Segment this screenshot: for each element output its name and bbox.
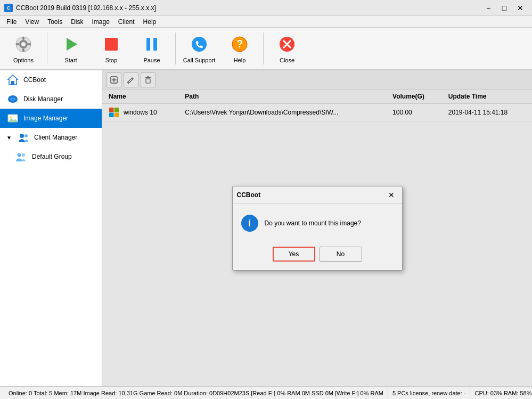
call-support-button[interactable]: Call Support xyxy=(180,29,218,68)
stop-icon xyxy=(101,34,122,55)
content-area: Name Path Volume(G) Update Time windows … xyxy=(102,70,532,386)
info-icon: i xyxy=(241,215,258,232)
svg-rect-10 xyxy=(153,38,157,51)
help-label: Help xyxy=(234,57,246,63)
main-layout: CCBoot Disk Manager Image Ma xyxy=(0,70,532,386)
svg-point-28 xyxy=(22,153,25,157)
sidebar-item-default-group[interactable]: Default Group xyxy=(0,147,102,166)
sidebar: CCBoot Disk Manager Image Ma xyxy=(0,70,102,386)
status-license: 5 PCs license, renew date: - xyxy=(388,387,471,399)
app-icon: C xyxy=(4,4,13,12)
minimize-button[interactable]: − xyxy=(481,2,496,14)
modal-title: CCBoot xyxy=(237,191,261,199)
modal-body: i Do you want to mount this image? xyxy=(233,204,402,242)
home-icon xyxy=(6,74,19,86)
help-icon: ? xyxy=(229,34,250,55)
toolbar-close-label: Close xyxy=(280,57,294,63)
modal-message: Do you want to mount this image? xyxy=(265,219,361,227)
sidebar-disk-manager-label: Disk Manager xyxy=(23,95,63,103)
svg-point-21 xyxy=(12,99,14,100)
svg-rect-5 xyxy=(16,43,19,45)
options-label: Options xyxy=(13,57,34,63)
sidebar-item-client-manager[interactable]: ▼ Client Manager xyxy=(0,128,102,147)
menu-image[interactable]: Image xyxy=(88,17,114,27)
modal-yes-button[interactable]: Yes xyxy=(273,247,315,262)
sidebar-item-image-manager[interactable]: Image Manager xyxy=(0,109,102,128)
svg-text:?: ? xyxy=(236,38,243,50)
start-label: Start xyxy=(64,57,77,63)
modal-overlay: CCBoot ✕ i Do you want to mount this ima… xyxy=(102,70,532,386)
menu-view[interactable]: View xyxy=(21,17,43,27)
close-window-button[interactable]: ✕ xyxy=(513,2,528,14)
clients-icon xyxy=(17,131,30,144)
menu-client[interactable]: Client xyxy=(114,17,139,27)
toolbar-close-icon xyxy=(276,34,298,55)
toolbar-sep-1 xyxy=(47,32,47,64)
options-icon xyxy=(13,34,34,55)
modal-close-button[interactable]: ✕ xyxy=(385,190,398,200)
sidebar-ccboot-label: CCBoot xyxy=(23,76,46,84)
svg-point-26 xyxy=(24,134,28,137)
sidebar-item-ccboot[interactable]: CCBoot xyxy=(0,70,102,89)
help-button[interactable]: ? Help xyxy=(220,29,259,68)
image-icon xyxy=(6,112,19,125)
options-button[interactable]: Options xyxy=(4,29,43,68)
toolbar: Options Start Stop Pause xyxy=(0,28,532,70)
menu-file[interactable]: File xyxy=(2,17,21,27)
modal-dialog: CCBoot ✕ i Do you want to mount this ima… xyxy=(232,186,403,271)
sidebar-client-manager-label: Client Manager xyxy=(34,134,77,141)
svg-rect-4 xyxy=(22,48,24,52)
sidebar-item-disk-manager[interactable]: Disk Manager xyxy=(0,89,102,109)
status-bar: Online: 0 Total: 5 Mem: 17M Image Read: … xyxy=(0,386,532,399)
modal-footer: Yes No xyxy=(233,242,402,270)
title-bar-left: C CCBoot 2019 Build 0319 [192.168.x.x - … xyxy=(4,4,156,12)
modal-no-button[interactable]: No xyxy=(320,247,362,262)
stop-label: Stop xyxy=(105,57,118,63)
maximize-button[interactable]: □ xyxy=(497,2,512,14)
toolbar-sep-3 xyxy=(263,32,264,64)
menu-bar: File View Tools Disk Image Client Help xyxy=(0,16,532,28)
sidebar-image-manager-label: Image Manager xyxy=(23,115,68,122)
sidebar-default-group-label: Default Group xyxy=(32,153,72,160)
group-icon xyxy=(15,150,28,163)
title-bar-controls: − □ ✕ xyxy=(481,2,528,14)
stop-button[interactable]: Stop xyxy=(92,29,130,68)
status-main: Online: 0 Total: 5 Mem: 17M Image Read: … xyxy=(4,387,388,399)
svg-marker-7 xyxy=(67,38,77,51)
expand-icon: ▼ xyxy=(6,135,12,141)
modal-title-bar: CCBoot ✕ xyxy=(233,186,402,204)
start-button[interactable]: Start xyxy=(52,29,90,68)
svg-point-23 xyxy=(10,116,12,118)
svg-point-11 xyxy=(192,37,207,52)
call-support-label: Call Support xyxy=(183,57,216,63)
svg-rect-9 xyxy=(146,38,150,51)
start-icon xyxy=(60,34,81,55)
svg-rect-6 xyxy=(28,43,31,45)
pause-label: Pause xyxy=(143,57,160,63)
svg-point-27 xyxy=(18,153,21,157)
title-bar: C CCBoot 2019 Build 0319 [192.168.x.x - … xyxy=(0,0,532,16)
toolbar-close-button[interactable]: Close xyxy=(268,29,306,68)
menu-disk[interactable]: Disk xyxy=(67,17,87,27)
pause-button[interactable]: Pause xyxy=(133,29,171,68)
disk-icon xyxy=(6,93,19,105)
svg-rect-3 xyxy=(22,37,24,40)
pause-icon xyxy=(141,34,162,55)
call-support-icon xyxy=(189,34,210,55)
toolbar-sep-2 xyxy=(175,32,176,64)
svg-rect-18 xyxy=(11,81,14,85)
menu-help[interactable]: Help xyxy=(139,17,161,27)
svg-point-2 xyxy=(21,42,26,46)
svg-point-25 xyxy=(20,134,24,138)
menu-tools[interactable]: Tools xyxy=(43,17,67,27)
window-title: CCBoot 2019 Build 0319 [192.168.x.x - 25… xyxy=(16,4,156,12)
status-resources: CPU: 03% RAM: 58% xyxy=(470,387,532,399)
svg-rect-8 xyxy=(105,38,118,51)
